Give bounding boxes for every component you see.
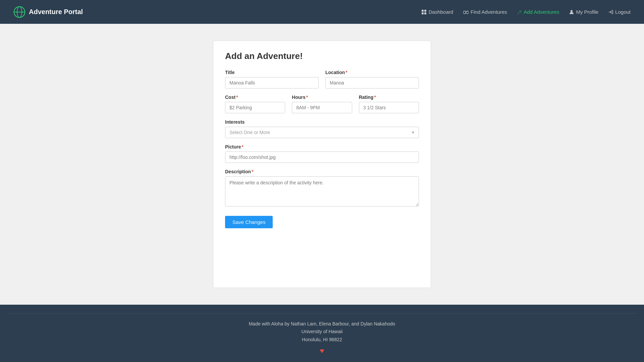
brand-icon — [13, 6, 25, 18]
cost-hours-rating-row: Cost* Hours* Rating* — [225, 95, 419, 113]
nav-add-adventures[interactable]: Add Adventures — [517, 9, 559, 15]
nav-links: Dashboard Find Adventures Add Adventures… — [421, 9, 631, 15]
svg-point-8 — [466, 11, 469, 14]
user-icon — [569, 10, 574, 14]
location-group: Location* — [325, 70, 419, 88]
brand-name: Adventure Portal — [29, 8, 83, 16]
footer-divider — [7, 313, 637, 313]
picture-input[interactable] — [225, 152, 419, 163]
footer: Made with Aloha by Nathan Lam, Elena Bar… — [0, 305, 644, 362]
picture-row: Picture* — [225, 144, 419, 163]
form-card: Add an Adventure! Title Location* Cost* — [213, 41, 431, 288]
svg-rect-6 — [424, 12, 426, 14]
cost-group: Cost* — [225, 95, 285, 113]
title-label: Title — [225, 70, 319, 75]
hours-label: Hours* — [292, 95, 352, 100]
cost-required: * — [236, 95, 238, 100]
nav-my-profile[interactable]: My Profile — [569, 9, 598, 15]
brand-logo[interactable]: Adventure Portal — [13, 6, 83, 18]
location-input[interactable] — [325, 77, 419, 88]
form-title: Add an Adventure! — [225, 51, 419, 61]
title-input[interactable] — [225, 77, 319, 88]
cost-label: Cost* — [225, 95, 285, 100]
description-row: Description* — [225, 169, 419, 206]
description-required: * — [252, 169, 253, 174]
svg-rect-5 — [422, 12, 424, 14]
hours-group: Hours* — [292, 95, 352, 113]
footer-line1: Made with Aloha by Nathan Lam, Elena Bar… — [7, 320, 637, 328]
picture-group: Picture* — [225, 144, 419, 163]
cost-input[interactable] — [225, 102, 285, 113]
navbar: Adventure Portal Dashboard Find Adventur… — [0, 0, 644, 24]
title-group: Title — [225, 70, 319, 88]
svg-point-11 — [571, 10, 573, 12]
location-required: * — [345, 70, 347, 75]
footer-line2: University of Hawaii — [7, 328, 637, 336]
main-content: Add an Adventure! Title Location* Cost* — [0, 24, 644, 305]
svg-rect-3 — [422, 10, 424, 12]
description-label: Description* — [225, 169, 419, 174]
rating-required: * — [374, 95, 376, 100]
location-label: Location* — [325, 70, 419, 75]
logout-icon — [608, 10, 613, 14]
nav-find-adventures[interactable]: Find Adventures — [463, 9, 507, 15]
svg-point-7 — [463, 11, 466, 14]
interests-select-wrapper: Select One or More — [225, 127, 419, 138]
dashboard-icon — [421, 9, 427, 15]
rating-group: Rating* — [359, 95, 419, 113]
heart-icon: ♥ — [7, 347, 637, 355]
svg-line-10 — [520, 11, 521, 12]
svg-rect-4 — [424, 10, 426, 12]
binoculars-icon — [463, 10, 469, 14]
hours-input[interactable] — [292, 102, 352, 113]
description-group: Description* — [225, 169, 419, 206]
save-button[interactable]: Save Changes — [225, 216, 273, 228]
nav-logout[interactable]: Logout — [608, 9, 631, 15]
interests-group: Interests Select One or More — [225, 119, 419, 138]
interests-label: Interests — [225, 119, 419, 125]
picture-label: Picture* — [225, 144, 419, 149]
pencil-icon — [517, 10, 522, 14]
description-textarea[interactable] — [225, 176, 419, 206]
title-location-row: Title Location* — [225, 70, 419, 88]
picture-required: * — [241, 144, 243, 149]
hours-required: * — [306, 95, 308, 100]
footer-line3: Honolulu, HI 96822 — [7, 336, 637, 344]
nav-dashboard[interactable]: Dashboard — [421, 9, 453, 15]
rating-label: Rating* — [359, 95, 419, 100]
interests-row: Interests Select One or More — [225, 119, 419, 138]
interests-select[interactable]: Select One or More — [225, 127, 419, 138]
rating-input[interactable] — [359, 102, 419, 113]
